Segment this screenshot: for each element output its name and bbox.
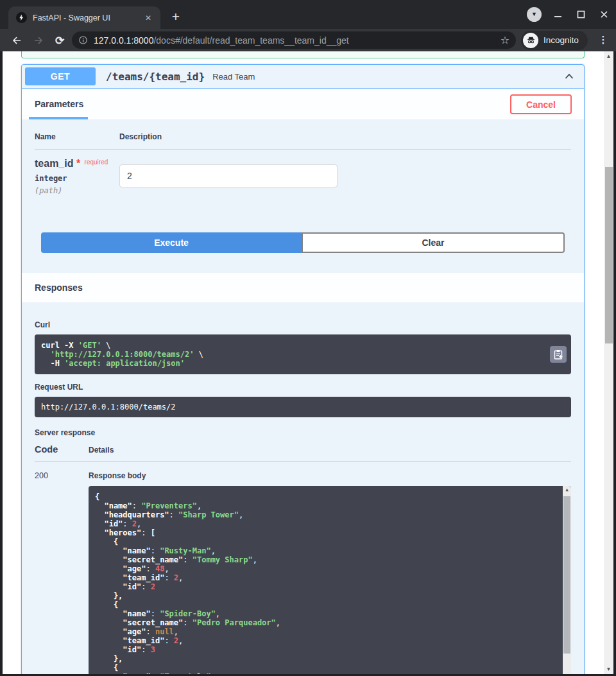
forward-button[interactable] bbox=[29, 31, 48, 50]
request-url-text: http://127.0.0.1:8000/teams/2 bbox=[41, 403, 565, 412]
endpoint-path: /teams/{team_id} bbox=[106, 71, 205, 83]
parameter-row: team_id * required integer (path) bbox=[35, 150, 571, 195]
browser-window: FastAPI - Swagger UI ✕ + ▼ ⟳ bbox=[0, 0, 616, 676]
status-code: 200 bbox=[35, 471, 89, 674]
details-column-header: Details bbox=[89, 446, 114, 455]
url-domain: 127.0.0.1:8000 bbox=[94, 35, 153, 46]
copy-to-clipboard-button[interactable] bbox=[550, 346, 567, 363]
parameter-location: (path) bbox=[35, 186, 119, 195]
incognito-icon bbox=[523, 33, 538, 48]
forward-icon bbox=[33, 35, 44, 46]
browser-status-caret-button[interactable]: ▼ bbox=[527, 7, 542, 22]
method-badge: GET bbox=[25, 67, 96, 85]
request-url-block: http://127.0.0.1:8000/teams/2 bbox=[35, 397, 571, 417]
back-icon bbox=[11, 35, 22, 46]
parameter-name-cell: team_id * required integer (path) bbox=[35, 158, 119, 195]
browser-tab[interactable]: FastAPI - Swagger UI ✕ bbox=[8, 6, 160, 29]
page-scrollbar-thumb[interactable] bbox=[605, 167, 613, 343]
url-text: 127.0.0.1:8000/docs#/default/read_team_t… bbox=[94, 35, 497, 46]
browser-menu-button[interactable]: ⋮ bbox=[594, 31, 612, 49]
server-response-label: Server response bbox=[35, 428, 571, 437]
page-scroll-down-icon[interactable]: ▼ bbox=[604, 666, 613, 672]
description-column-header: Description bbox=[119, 132, 162, 141]
response-scrollbar-thumb[interactable] bbox=[563, 496, 570, 654]
parameters-table-header: Name Description bbox=[35, 132, 571, 150]
active-tab-underline bbox=[29, 117, 88, 119]
response-row: 200 Response body { "name": "Preventers"… bbox=[35, 462, 571, 674]
required-label: required bbox=[85, 159, 108, 166]
url-path: /docs#/default/read_team_teams__team_id_… bbox=[153, 35, 348, 46]
caret-down-icon: ▼ bbox=[531, 12, 537, 17]
back-button[interactable] bbox=[7, 31, 26, 50]
response-body-block: { "name": "Preventers", "headquarters": … bbox=[89, 486, 571, 674]
response-table-header: Code Details bbox=[35, 444, 571, 462]
response-body-label: Response body bbox=[89, 471, 571, 480]
tab-close-icon[interactable]: ✕ bbox=[142, 12, 154, 24]
page-scrollbar[interactable]: ▲ ▼ bbox=[604, 51, 613, 674]
reload-icon: ⟳ bbox=[55, 34, 64, 48]
opblock-get-teams: GET /teams/{team_id} Read Team Parameter… bbox=[21, 64, 585, 674]
incognito-badge: Incognito bbox=[521, 31, 588, 50]
name-column-header: Name bbox=[35, 132, 119, 141]
parameters-table: Name Description team_id * required inte… bbox=[22, 119, 584, 195]
clear-button[interactable]: Clear bbox=[302, 232, 565, 253]
titlebar: FastAPI - Swagger UI ✕ + ▼ bbox=[0, 0, 616, 29]
curl-command-block: curl -X 'GET' \ 'http://127.0.0.1:8000/t… bbox=[35, 334, 571, 374]
collapse-button[interactable] bbox=[563, 70, 576, 83]
endpoint-summary: Read Team bbox=[212, 72, 255, 82]
fastapi-favicon bbox=[16, 12, 27, 23]
execute-button[interactable]: Execute bbox=[41, 232, 302, 253]
page-scroll-up-icon[interactable]: ▲ bbox=[604, 53, 613, 59]
close-icon bbox=[600, 10, 608, 19]
execute-wrapper: Execute Clear bbox=[41, 232, 565, 253]
parameters-tab[interactable]: Parameters bbox=[35, 99, 83, 109]
clipboard-copy-icon bbox=[554, 349, 563, 360]
cancel-button[interactable]: Cancel bbox=[510, 94, 572, 114]
responses-content: Curl curl -X 'GET' \ 'http://127.0.0.1:8… bbox=[22, 302, 584, 674]
lightning-bolt-icon bbox=[18, 14, 25, 21]
request-url-label: Request URL bbox=[35, 383, 571, 392]
page-content: GET /teams/{team_id} Read Team Parameter… bbox=[3, 51, 613, 674]
team-id-input[interactable] bbox=[119, 164, 338, 187]
page-info-icon[interactable] bbox=[78, 35, 88, 45]
parameter-name: team_id bbox=[35, 158, 73, 169]
curl-label: Curl bbox=[35, 320, 571, 329]
opblock-summary[interactable]: GET /teams/{team_id} Read Team bbox=[22, 65, 584, 89]
scroll-up-arrow-icon[interactable]: ▲ bbox=[563, 487, 571, 492]
incognito-label: Incognito bbox=[543, 35, 579, 45]
new-tab-button[interactable]: + bbox=[167, 8, 185, 26]
response-body-scrollbar[interactable]: ▲ bbox=[563, 486, 571, 674]
responses-header: Responses bbox=[22, 273, 584, 302]
response-details-cell: Response body { "name": "Preventers", "h… bbox=[89, 471, 571, 674]
parameter-type: integer bbox=[35, 174, 119, 183]
minimize-button[interactable] bbox=[551, 8, 565, 22]
address-bar[interactable]: 127.0.0.1:8000/docs#/default/read_team_t… bbox=[72, 31, 516, 49]
previous-opblock-partial bbox=[21, 51, 585, 58]
maximize-icon bbox=[577, 10, 585, 19]
code-column-header: Code bbox=[35, 444, 89, 455]
reload-button[interactable]: ⟳ bbox=[50, 31, 69, 50]
parameter-description-cell bbox=[119, 158, 338, 195]
minimize-icon bbox=[554, 10, 562, 19]
maximize-button[interactable] bbox=[574, 8, 588, 22]
curl-command-text: curl -X 'GET' \ 'http://127.0.0.1:8000/t… bbox=[41, 341, 565, 368]
server-response-table: Code Details 200 Response body { "name":… bbox=[35, 444, 571, 674]
parameters-header: Parameters Cancel bbox=[22, 89, 584, 119]
responses-title: Responses bbox=[35, 282, 83, 293]
tab-title: FastAPI - Swagger UI bbox=[33, 13, 142, 22]
response-body-json: { "name": "Preventers", "headquarters": … bbox=[95, 492, 558, 674]
window-controls: ▼ bbox=[527, 0, 611, 29]
close-window-button[interactable] bbox=[597, 8, 611, 22]
required-asterisk: * bbox=[76, 158, 80, 169]
browser-toolbar: ⟳ 127.0.0.1:8000/docs#/default/read_team… bbox=[0, 29, 616, 51]
bookmark-star-icon[interactable]: ☆ bbox=[501, 34, 509, 46]
chevron-up-icon bbox=[563, 70, 576, 83]
